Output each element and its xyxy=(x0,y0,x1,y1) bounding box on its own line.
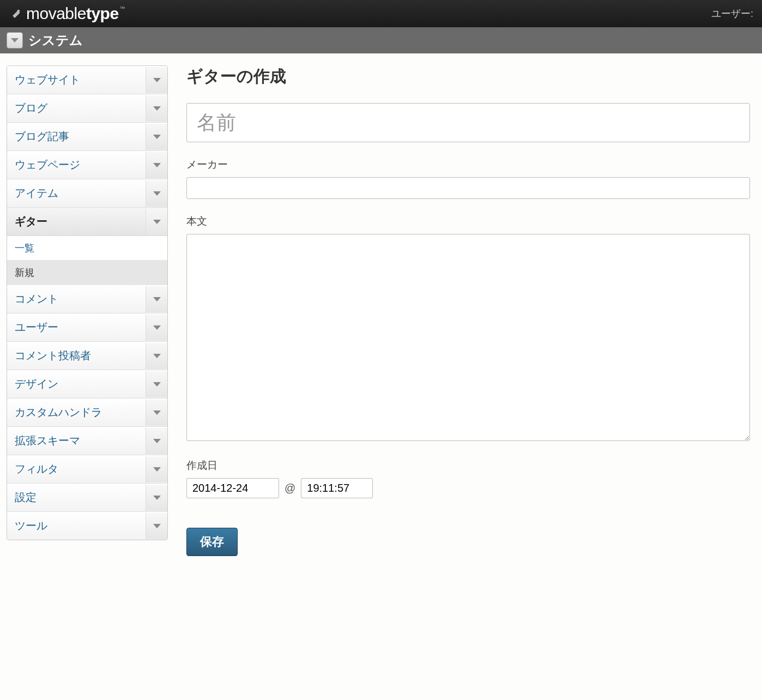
brand-text: movabletype ™ xyxy=(26,4,125,23)
scope-toggle-button[interactable] xyxy=(7,32,23,49)
chevron-down-icon xyxy=(153,496,161,500)
sidebar-item-label: 拡張スキーマ xyxy=(7,427,146,455)
chevron-down-icon xyxy=(153,106,161,111)
name-input[interactable] xyxy=(186,103,750,142)
chevron-down-icon xyxy=(153,220,161,224)
maker-label: メーカー xyxy=(186,158,750,172)
main-content: ギターの作成 メーカー 本文 作成日 @ 保存 xyxy=(186,65,750,556)
sidebar-item-label: デザイン xyxy=(7,370,146,398)
user-label[interactable]: ユーザー: xyxy=(711,7,753,20)
sidebar-item-filter[interactable]: フィルタ xyxy=(7,455,167,484)
sidebar-subitems-guitar: 一覧新規 xyxy=(7,236,167,285)
chevron-down-icon xyxy=(153,411,161,415)
chevron-down-icon xyxy=(153,191,161,196)
sidebar-item-label: カスタムハンドラ xyxy=(7,399,146,426)
page-title: ギターの作成 xyxy=(186,65,750,88)
sidebar-item-guitar[interactable]: ギター xyxy=(7,208,167,236)
sidebar-item-ext-schema[interactable]: 拡張スキーマ xyxy=(7,427,167,455)
sidebar-item-label: フィルタ xyxy=(7,455,146,483)
created-date-label: 作成日 xyxy=(186,458,750,473)
chevron-down-icon xyxy=(153,382,161,387)
sidebar-chevron-filter[interactable] xyxy=(146,456,167,482)
date-row: @ xyxy=(186,478,750,498)
date-input[interactable] xyxy=(186,478,279,498)
sidebar-chevron-design[interactable] xyxy=(146,371,167,397)
sidebar-chevron-user[interactable] xyxy=(146,315,167,341)
sidebar-chevron-website[interactable] xyxy=(146,67,167,93)
chevron-down-icon xyxy=(153,467,161,472)
sidebar-item-label: 設定 xyxy=(7,484,146,511)
sidebar-item-commenter[interactable]: コメント投稿者 xyxy=(7,342,167,370)
sidebar-subitem-list[interactable]: 一覧 xyxy=(7,236,167,261)
sidebar-chevron-guitar[interactable] xyxy=(146,209,167,235)
sidebar-subitem-new[interactable]: 新規 xyxy=(7,261,167,285)
sidebar: ウェブサイトブログブログ記事ウェブページアイテムギター一覧新規コメントユーザーコ… xyxy=(7,65,168,540)
body-label: 本文 xyxy=(186,214,750,228)
sidebar-chevron-entry[interactable] xyxy=(146,124,167,150)
chevron-down-icon xyxy=(153,135,161,139)
sidebar-item-label: コメント投稿者 xyxy=(7,342,146,370)
scope-label: システム xyxy=(28,32,83,49)
sidebar-item-label: ブログ記事 xyxy=(7,123,146,150)
chevron-down-icon xyxy=(153,354,161,358)
sidebar-item-tools[interactable]: ツール xyxy=(7,512,167,540)
chevron-down-icon xyxy=(153,439,161,443)
sidebar-item-item[interactable]: アイテム xyxy=(7,179,167,208)
sidebar-chevron-ext-schema[interactable] xyxy=(146,428,167,454)
chevron-down-icon xyxy=(153,297,161,301)
sidebar-item-label: アイテム xyxy=(7,179,146,207)
sidebar-item-website[interactable]: ウェブサイト xyxy=(7,66,167,94)
time-input[interactable] xyxy=(301,478,373,498)
maker-input[interactable] xyxy=(186,177,750,199)
chevron-down-icon xyxy=(153,325,161,330)
sidebar-item-user[interactable]: ユーザー xyxy=(7,313,167,342)
sidebar-item-settings[interactable]: 設定 xyxy=(7,484,167,512)
sidebar-chevron-item[interactable] xyxy=(146,180,167,207)
sidebar-item-label: ギター xyxy=(7,208,146,236)
chevron-down-icon xyxy=(11,38,19,43)
sidebar-chevron-custom-handler[interactable] xyxy=(146,400,167,426)
svg-point-0 xyxy=(18,10,19,11)
sidebar-item-label: ユーザー xyxy=(7,313,146,341)
sidebar-chevron-settings[interactable] xyxy=(146,485,167,511)
sidebar-chevron-page[interactable] xyxy=(146,152,167,178)
sidebar-chevron-commenter[interactable] xyxy=(146,343,167,369)
sidebar-item-label: ウェブサイト xyxy=(7,66,146,94)
sidebar-item-label: コメント xyxy=(7,285,146,313)
sidebar-chevron-blog[interactable] xyxy=(146,95,167,122)
wrench-icon xyxy=(9,7,23,21)
body-textarea[interactable] xyxy=(186,234,750,441)
chevron-down-icon xyxy=(153,78,161,82)
sidebar-item-blog[interactable]: ブログ xyxy=(7,94,167,123)
sidebar-item-entry[interactable]: ブログ記事 xyxy=(7,123,167,151)
sidebar-item-page[interactable]: ウェブページ xyxy=(7,151,167,179)
brand-logo[interactable]: movabletype ™ xyxy=(9,4,125,23)
save-button[interactable]: 保存 xyxy=(186,528,238,556)
chevron-down-icon xyxy=(153,524,161,528)
sidebar-item-custom-handler[interactable]: カスタムハンドラ xyxy=(7,399,167,427)
scopebar: システム xyxy=(0,27,762,53)
sidebar-chevron-tools[interactable] xyxy=(146,513,167,539)
sidebar-item-design[interactable]: デザイン xyxy=(7,370,167,399)
sidebar-item-label: ブログ xyxy=(7,94,146,122)
at-separator: @ xyxy=(285,482,295,494)
topbar: movabletype ™ ユーザー: xyxy=(0,0,762,27)
sidebar-item-comment[interactable]: コメント xyxy=(7,285,167,313)
sidebar-item-label: ウェブページ xyxy=(7,151,146,179)
sidebar-item-label: ツール xyxy=(7,512,146,540)
sidebar-chevron-comment[interactable] xyxy=(146,286,167,312)
chevron-down-icon xyxy=(153,163,161,167)
